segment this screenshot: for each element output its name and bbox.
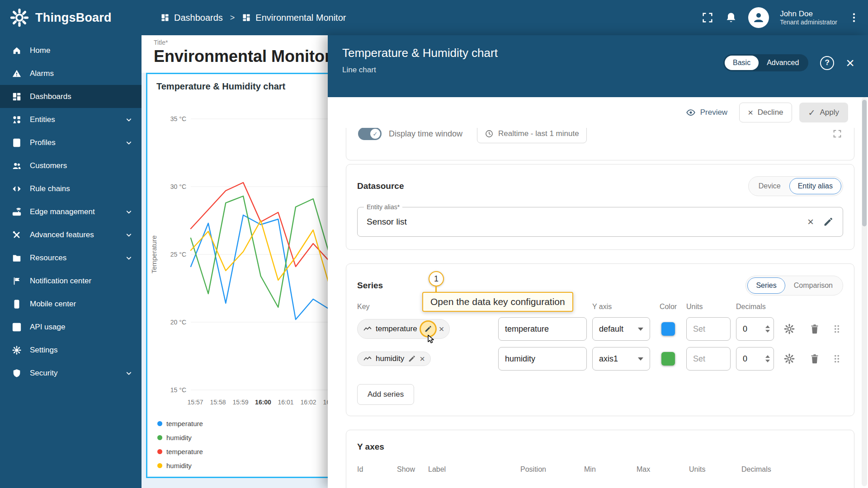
sidebar-item-entities[interactable]: Entities: [0, 108, 142, 131]
help-button[interactable]: ?: [820, 56, 834, 70]
data-key-chip-temperature[interactable]: temperature ×: [357, 319, 450, 339]
sidebar-item-dashboards[interactable]: Dashboards: [0, 85, 142, 108]
brand[interactable]: ThingsBoard: [0, 8, 142, 27]
legend-item[interactable]: humidity: [157, 431, 328, 445]
time-window-button[interactable]: Realtime - last 1 minute: [477, 128, 587, 143]
sidebar-item-rule-chains[interactable]: Rule chains: [0, 177, 142, 200]
breadcrumb-root-label: Dashboards: [174, 13, 223, 23]
units-input[interactable]: Set: [686, 347, 731, 371]
sidebar-item-customers[interactable]: Customers: [0, 154, 142, 177]
entity-alias-field[interactable]: Entity alias* Sensor list ×: [357, 207, 843, 237]
entity-alias-value[interactable]: Sensor list: [367, 217, 798, 227]
preview-button[interactable]: Preview: [681, 103, 732, 122]
legend-label: temperature: [166, 420, 203, 427]
stepper-arrows[interactable]: [765, 325, 770, 333]
chart-widget[interactable]: Temperature & Humidity chart Temperature…: [146, 73, 328, 478]
chevron-down-icon: [124, 253, 133, 263]
decimals-input[interactable]: 0: [736, 317, 774, 341]
delete-trash-icon[interactable]: [809, 353, 821, 365]
notifications-bell-icon[interactable]: [725, 11, 737, 24]
mode-basic-button[interactable]: Basic: [725, 56, 759, 70]
sidebar-item-label: Resources: [30, 253, 66, 263]
sidebar-item-mobile-center[interactable]: Mobile center: [0, 292, 142, 315]
mode-advanced-button[interactable]: Advanced: [759, 56, 807, 70]
units-input[interactable]: Set: [686, 317, 731, 341]
remove-key-icon[interactable]: ×: [420, 354, 425, 363]
sidebar-item-profiles[interactable]: Profiles: [0, 131, 142, 154]
legend-label: humidity: [166, 462, 192, 469]
edit-pencil-icon[interactable]: [823, 216, 834, 227]
dashboard-title-value[interactable]: Environmental Monitor: [154, 47, 328, 66]
top-bar: ThingsBoard Dashboards > Environmental M…: [0, 0, 868, 35]
sidebar-item-notification-center[interactable]: Notification center: [0, 269, 142, 292]
legend-label: temperature: [166, 448, 203, 455]
y-axis-select[interactable]: default: [592, 317, 650, 341]
close-icon[interactable]: ×: [846, 56, 854, 70]
series-view-toggle: Series Comparison: [745, 276, 843, 296]
breadcrumb-dashboards[interactable]: Dashboards: [160, 13, 223, 23]
more-menu-icon[interactable]: [848, 12, 860, 23]
sidebar-item-advanced-features[interactable]: Advanced features: [0, 223, 142, 246]
series-row-humidity: humidity × humidity axis1 Set 0: [357, 347, 843, 371]
delete-trash-icon[interactable]: [809, 323, 821, 335]
clear-icon[interactable]: ×: [807, 216, 814, 227]
data-key-edit-highlight[interactable]: [421, 322, 435, 336]
entity-alias-toggle-option[interactable]: Entity alias: [789, 178, 841, 194]
data-key-label: temperature: [376, 324, 417, 333]
avatar[interactable]: [748, 7, 769, 28]
remove-key-icon[interactable]: ×: [439, 324, 444, 333]
column-units: Units: [686, 298, 731, 317]
svg-text:15:59: 15:59: [232, 399, 248, 406]
apply-label: Apply: [820, 108, 839, 117]
color-swatch[interactable]: [661, 322, 675, 336]
comparison-toggle-option[interactable]: Comparison: [785, 277, 841, 294]
breadcrumb-current[interactable]: Environmental Monitor: [242, 13, 346, 23]
legend-item[interactable]: temperature: [157, 417, 328, 431]
svg-text:16:02: 16:02: [300, 399, 316, 406]
device-toggle-option[interactable]: Device: [750, 178, 789, 194]
dialog-scrollbar[interactable]: [862, 97, 867, 486]
display-time-window-toggle[interactable]: ✓: [358, 128, 382, 140]
decline-button[interactable]: × Decline: [739, 103, 792, 122]
series-label-input[interactable]: humidity: [498, 347, 587, 371]
series-toggle-option[interactable]: Series: [747, 277, 785, 294]
sidebar-item-label: Advanced features: [30, 230, 94, 239]
series-settings-gear-icon[interactable]: [783, 353, 795, 365]
stepper-arrows[interactable]: [765, 355, 770, 362]
decimals-input[interactable]: 0: [736, 347, 774, 371]
widget-title: Temperature & Humidity chart: [147, 74, 328, 92]
color-swatch[interactable]: [661, 352, 675, 366]
svg-text:20 °C: 20 °C: [170, 319, 186, 326]
sidebar-item-home[interactable]: Home: [0, 39, 142, 62]
sidebar-item-alarms[interactable]: Alarms: [0, 62, 142, 85]
y-axis-select[interactable]: axis1: [592, 347, 650, 371]
series-settings-gear-icon[interactable]: [783, 323, 795, 335]
y-axis-value: default: [599, 324, 623, 334]
dashboard-title-field[interactable]: Title* Environmental Monitor: [142, 35, 328, 73]
series-label-input[interactable]: temperature: [498, 317, 587, 341]
scrollbar-thumb[interactable]: [862, 100, 867, 226]
drag-handle-icon[interactable]: [831, 323, 843, 335]
expand-icon[interactable]: [832, 129, 842, 139]
legend-item[interactable]: temperature: [157, 445, 328, 459]
column-max: Max: [637, 462, 689, 477]
apply-button[interactable]: ✓ Apply: [799, 103, 848, 122]
add-series-button[interactable]: Add series: [357, 384, 414, 405]
edit-pencil-icon[interactable]: [408, 355, 416, 363]
drag-handle-icon[interactable]: [831, 353, 843, 365]
data-key-chip-humidity[interactable]: humidity ×: [357, 352, 431, 366]
legend-item[interactable]: humidity: [157, 459, 328, 473]
sidebar-item-edge-management[interactable]: Edge management: [0, 200, 142, 223]
sidebar-item-label: Rule chains: [30, 184, 70, 193]
sidebar-item-security[interactable]: Security: [0, 361, 142, 385]
sidebar-item-settings[interactable]: Settings: [0, 338, 142, 361]
chevron-down-icon: [124, 138, 133, 147]
svg-text:16:03: 16:03: [323, 399, 328, 406]
column-color: Color: [656, 298, 681, 317]
clock-icon: [485, 129, 494, 138]
sidebar-item-resources[interactable]: Resources: [0, 246, 142, 269]
datasource-heading: Datasource: [357, 181, 404, 191]
sidebar-item-api-usage[interactable]: API usage: [0, 315, 142, 338]
fullscreen-icon[interactable]: [701, 11, 714, 24]
column-min: Min: [584, 462, 637, 477]
